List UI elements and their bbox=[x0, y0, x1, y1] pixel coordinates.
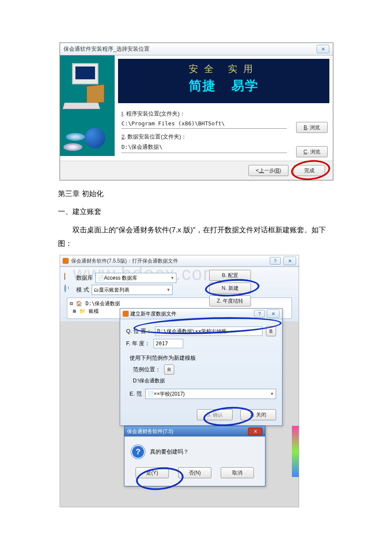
no-button[interactable]: 否(N) bbox=[178, 467, 211, 478]
database-icon bbox=[64, 273, 65, 280]
open-dialog-title: 保会通财务软件(7.5.5版)：打开保会通数据文件 bbox=[71, 257, 178, 265]
question-icon: ? bbox=[131, 445, 145, 459]
banner-line2: 简捷易学 bbox=[118, 77, 329, 95]
year-label: F. 年 度： bbox=[126, 340, 150, 347]
template-hint: 使用下列范例作为新建模板 bbox=[130, 354, 276, 362]
program-loc-path[interactable]: C:\Program Files (x86)\BHTSoft\ bbox=[121, 119, 287, 129]
installer-art bbox=[60, 55, 115, 156]
new-year-dialog: 建立新年度数据文件 ? ✕ Q. 位 置： D:\保会通数据\××学校出纳账 B… bbox=[120, 308, 282, 426]
app-icon bbox=[63, 258, 69, 264]
decorative-strip bbox=[292, 426, 299, 477]
close-icon[interactable]: ✕ bbox=[317, 45, 329, 53]
confirm-dialog: 保会通财务软件(7.5) ✕ ? 真的要创建吗？ 是(Y) 否(N) 取消 bbox=[124, 426, 265, 486]
template-loc-button[interactable]: R bbox=[164, 364, 174, 375]
section-heading: 一、建立账套 bbox=[58, 205, 358, 219]
app-icon bbox=[123, 311, 129, 317]
program-loc-label: II. 程序安装位置(文件夹)：. 程序安装位置(文件夹)： bbox=[121, 110, 328, 118]
finish-button[interactable]: 完成 bbox=[294, 165, 325, 176]
location-label: Q. 位 置： bbox=[126, 327, 152, 335]
installer-banner: 安全 实用 简捷易学 bbox=[118, 59, 329, 103]
template-label: E. 范 bbox=[130, 390, 142, 398]
mode-label: 模 式 bbox=[76, 286, 89, 294]
yes-button[interactable]: 是(Y) bbox=[135, 467, 169, 478]
close-icon[interactable]: ✕ bbox=[283, 257, 296, 265]
mode-select[interactable]: 🗂 显示账套列表 bbox=[92, 285, 173, 295]
help-icon[interactable]: ? bbox=[270, 257, 281, 265]
chapter-heading: 第三章 初始化 bbox=[58, 187, 358, 201]
template-loc-path: D:\保会通数据 bbox=[133, 377, 276, 384]
db-label: 数据库 bbox=[76, 274, 93, 282]
clock-icon bbox=[64, 284, 66, 292]
ok-button[interactable]: S. 确认 bbox=[197, 409, 233, 420]
browse-data-button[interactable]: C. 浏览 bbox=[296, 146, 328, 157]
config-button[interactable]: B. 配置 bbox=[209, 270, 251, 281]
installer-dialog: 保会通软件安装程序_选择安装位置 ✕ 安全 实用 简捷易学 II. 程序安装位置… bbox=[60, 43, 333, 180]
open-data-screenshot: www.bdocx.com 保会通财务软件(7.5.5版)：打开保会通数据文件 … bbox=[60, 255, 299, 507]
template-select[interactable]: 📄 ××学校(2017) bbox=[145, 389, 276, 399]
year-input[interactable]: 2017 bbox=[153, 339, 183, 348]
confirm-titlebar: 保会通财务软件(7.5) ✕ bbox=[124, 426, 265, 436]
new-year-titlebar: 建立新年度数据文件 ? ✕ bbox=[120, 309, 282, 319]
installer-title: 保会通软件安装程序_选择安装位置 bbox=[63, 43, 150, 55]
browse-program-button[interactable]: B. 浏览 bbox=[296, 122, 328, 133]
close-button[interactable]: X. 关闭 bbox=[240, 409, 276, 420]
new-button[interactable]: N. 新建 bbox=[209, 283, 251, 294]
open-dialog-side-buttons: B. 配置 N. 新建 Z. 年度结转 bbox=[209, 270, 251, 306]
data-loc-path[interactable]: D:\保会通数据\ bbox=[121, 142, 287, 153]
data-loc-label: 2. 数据安装位置(文件夹)： bbox=[121, 133, 328, 141]
installer-titlebar: 保会通软件安装程序_选择安装位置 ✕ bbox=[60, 43, 333, 55]
open-dialog-titlebar: 保会通财务软件(7.5.5版)：打开保会通数据文件 ? ✕ bbox=[60, 255, 299, 267]
close-icon[interactable]: ✕ bbox=[267, 309, 280, 318]
paragraph-1: 双击桌面上的"保会通财务软件(7.x 版)"，在打开数据文件对话框新建账套。如下… bbox=[58, 223, 358, 251]
cancel-button[interactable]: 取消 bbox=[221, 467, 254, 478]
location-browse-button[interactable]: B bbox=[266, 326, 276, 336]
confirm-title: 保会通财务软件(7.5) bbox=[127, 428, 173, 435]
back-button[interactable]: < 上一步(B) bbox=[248, 165, 288, 176]
year-rollover-button[interactable]: Z. 年度结转 bbox=[209, 295, 251, 306]
installer-footer: < 上一步(B) 完成 bbox=[60, 161, 333, 180]
location-input[interactable]: D:\保会通数据\××学校出纳账 bbox=[155, 327, 262, 336]
template-loc-label: 范例位置： bbox=[133, 366, 161, 373]
db-select[interactable]: 📄 Access 数据库 bbox=[95, 273, 176, 283]
banner-line1: 安全 实用 bbox=[118, 63, 329, 75]
help-icon[interactable]: ? bbox=[254, 310, 265, 318]
confirm-message: 真的要创建吗？ bbox=[150, 448, 189, 456]
new-year-title: 建立新年度数据文件 bbox=[130, 310, 176, 318]
close-icon[interactable]: ✕ bbox=[248, 428, 262, 435]
